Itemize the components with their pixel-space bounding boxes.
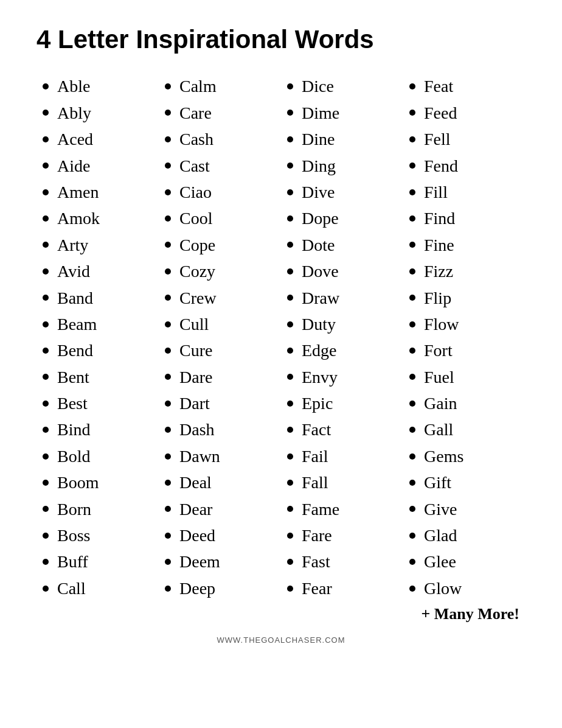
word-label: Cozy <box>179 258 215 284</box>
bullet-icon <box>287 242 293 248</box>
list-item: Glow <box>409 575 519 601</box>
bullet-icon <box>43 586 49 592</box>
list-item: Cool <box>165 205 275 231</box>
bullet-icon <box>409 453 415 460</box>
word-label: Avid <box>57 258 90 284</box>
bullet-icon <box>43 427 49 433</box>
bullet-icon <box>165 321 171 327</box>
word-column-1: AbleAblyAcedAideAmenAmokArtyAvidBandBeam… <box>36 73 159 601</box>
word-label: Call <box>57 575 86 601</box>
list-item: Boss <box>43 522 153 548</box>
word-label: Bent <box>57 364 89 390</box>
word-label: Fast <box>302 548 330 575</box>
bullet-icon <box>287 321 293 327</box>
word-label: Flow <box>424 311 459 337</box>
word-label: Fear <box>302 575 332 601</box>
list-item: Care <box>165 100 275 126</box>
list-item: Deal <box>165 469 275 495</box>
word-label: Ciao <box>179 179 212 205</box>
word-label: Care <box>179 100 212 126</box>
list-item: Bind <box>43 416 153 443</box>
bullet-icon <box>287 559 293 565</box>
bullet-icon <box>43 321 49 327</box>
word-column-2: CalmCareCashCastCiaoCoolCopeCozyCrewCull… <box>159 73 281 601</box>
bullet-icon <box>409 295 415 301</box>
bullet-icon <box>409 374 415 380</box>
bullet-icon <box>165 427 171 433</box>
list-item: Born <box>43 496 153 522</box>
list-item: Duty <box>287 311 397 337</box>
many-more-label: + Many More! <box>36 605 526 623</box>
word-label: Dope <box>302 205 339 231</box>
word-label: Aced <box>57 126 93 152</box>
list-item: Dash <box>165 416 275 443</box>
word-label: Calm <box>179 73 217 99</box>
word-label: Glad <box>424 522 457 548</box>
list-item: Amok <box>43 205 153 231</box>
bullet-icon <box>43 453 49 460</box>
word-label: Best <box>57 390 88 416</box>
word-label: Fail <box>302 443 328 469</box>
list-item: Deem <box>165 548 275 575</box>
list-item: Dote <box>287 232 397 258</box>
word-label: Born <box>57 496 91 522</box>
list-item: Ciao <box>165 179 275 205</box>
bullet-icon <box>43 163 49 169</box>
word-label: Glee <box>424 548 456 575</box>
word-label: Fuel <box>424 364 454 390</box>
bullet-icon <box>409 401 415 407</box>
word-label: Boom <box>57 469 99 495</box>
bullet-icon <box>409 163 415 169</box>
bullet-icon <box>43 268 49 275</box>
bullet-icon <box>409 427 415 433</box>
bullet-icon <box>409 189 415 195</box>
list-item: Fell <box>409 126 519 152</box>
word-label: Crew <box>179 285 217 311</box>
bullet-icon <box>43 401 49 407</box>
word-label: Able <box>57 73 90 99</box>
list-item: Give <box>409 496 519 522</box>
word-label: Envy <box>302 364 338 390</box>
bullet-icon <box>165 453 171 460</box>
list-item: Arty <box>43 232 153 258</box>
list-item: Cope <box>165 232 275 258</box>
word-label: Cool <box>179 205 212 231</box>
bullet-icon <box>409 586 415 592</box>
bullet-icon <box>287 427 293 433</box>
list-item: Dope <box>287 205 397 231</box>
word-label: Deal <box>179 469 212 495</box>
list-item: Aced <box>43 126 153 152</box>
word-column-4: FeatFeedFellFendFillFindFineFizzFlipFlow… <box>403 73 526 601</box>
word-label: Gift <box>424 469 451 495</box>
list-item: Gain <box>409 390 519 416</box>
list-item: Amen <box>43 179 153 205</box>
bullet-icon <box>43 136 49 142</box>
list-item: Dove <box>287 258 397 284</box>
list-item: Fort <box>409 337 519 363</box>
word-label: Amok <box>57 205 100 231</box>
word-column-3: DiceDimeDineDingDiveDopeDoteDoveDrawDuty… <box>281 73 403 601</box>
bullet-icon <box>287 295 293 301</box>
bullet-icon <box>165 163 171 169</box>
word-label: Fine <box>424 232 454 258</box>
word-label: Beam <box>57 311 97 337</box>
bullet-icon <box>165 242 171 248</box>
word-label: Ding <box>302 153 336 179</box>
bullet-icon <box>43 559 49 565</box>
word-label: Fort <box>424 337 453 363</box>
list-item: Flow <box>409 311 519 337</box>
list-item: Edge <box>287 337 397 363</box>
word-label: Fame <box>302 496 339 522</box>
word-label: Fare <box>302 522 332 548</box>
bullet-icon <box>43 189 49 195</box>
list-item: Deep <box>165 575 275 601</box>
list-item: Cash <box>165 126 275 152</box>
list-item: Fame <box>287 496 397 522</box>
bullet-icon <box>287 374 293 380</box>
list-item: Dice <box>287 73 397 99</box>
bullet-icon <box>165 586 171 592</box>
word-label: Boss <box>57 522 90 548</box>
bullet-icon <box>43 83 49 89</box>
bullet-icon <box>287 268 293 275</box>
bullet-icon <box>165 401 171 407</box>
